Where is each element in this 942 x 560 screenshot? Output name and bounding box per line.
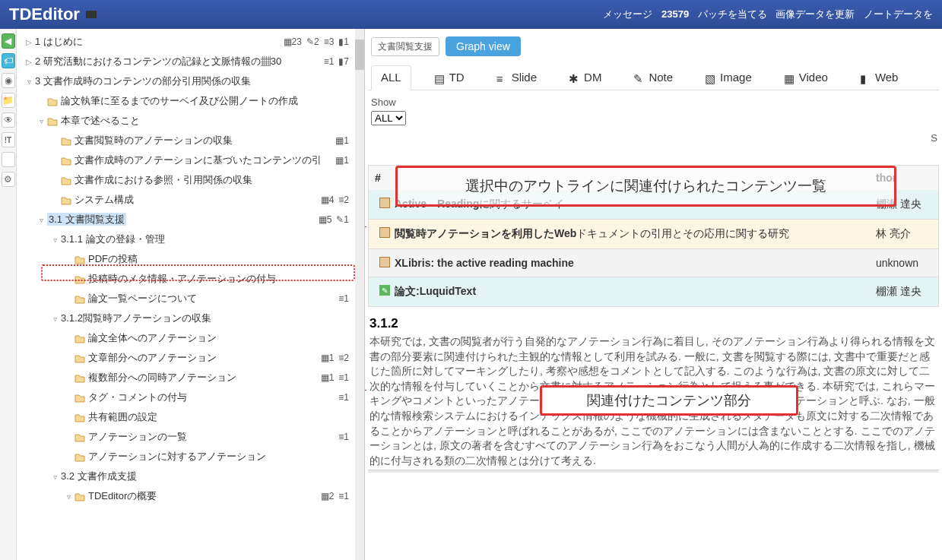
outline-node[interactable]: 複数部分への同時アノテーション▦1≡1 [20, 368, 361, 388]
outline-node[interactable]: ▿3.2 文書作成支援 [20, 467, 361, 486]
side-btn-folder-icon[interactable]: 📁 [2, 93, 15, 108]
side-btn-back-icon[interactable]: ◀ [2, 33, 15, 49]
outline-node[interactable]: ▿3.1.1 論文の登録・管理 [20, 229, 361, 249]
outline-label: 共有範囲の設定 [88, 410, 157, 424]
folder-icon [75, 254, 85, 264]
expand-icon[interactable]: ▿ [50, 236, 59, 244]
folder-icon [75, 372, 85, 383]
outline-node[interactable]: アノテーションに対するアノテーション [20, 447, 361, 467]
folder-icon [61, 155, 71, 166]
expand-icon[interactable]: ▿ [50, 315, 59, 323]
folder-icon [75, 293, 85, 304]
tab-video[interactable]: ▦Video [775, 66, 837, 90]
expand-icon[interactable]: ▷ [24, 58, 33, 66]
outline-node[interactable]: 共有範囲の設定 [20, 407, 361, 427]
tab-image[interactable]: ▧Image [696, 66, 761, 90]
folder-icon [61, 175, 71, 185]
section-heading: 3.1.2 [368, 307, 939, 334]
side-toolbar: ◀ 🏷 ◉ 📁 👁 !T ⚙ [0, 29, 17, 560]
side-btn-view-icon[interactable]: 👁 [2, 112, 15, 128]
side-btn-eye-icon[interactable]: ◉ [2, 73, 15, 88]
show-label: Show [371, 96, 396, 108]
outline-node[interactable]: ▿3.1 文書閲覧支援▦5✎1 [20, 210, 361, 229]
outline-node[interactable]: タグ・コメントの付与≡1 [20, 388, 361, 407]
breadcrumb[interactable]: 文書閲覧支援 [371, 37, 439, 56]
outline-node[interactable]: 文書作成における参照・引用関係の収集 [20, 170, 361, 190]
outline-node[interactable]: 文書作成時のアノテーションに基づいたコンテンツの引▦1 [20, 150, 361, 170]
content-pane: 文書閲覧支援 Graph view ALL ▤TD ≡Slide ✱DM ✎No… [365, 29, 942, 560]
patch-link[interactable]: パッチを当てる [698, 8, 767, 20]
outline-node[interactable]: 論文執筆に至るまでのサーベイ及び公開ノートの作成 [20, 91, 361, 111]
side-btn-gear-icon[interactable]: ⚙ [2, 172, 15, 187]
outline-label: 3.1.1 論文の登録・管理 [61, 233, 165, 246]
outline-label: 本章で述べること [61, 114, 140, 128]
callout-related-content: 関連付けたコンテンツ部分 [540, 385, 798, 416]
list-icon: ≡ [496, 72, 507, 83]
outline-node[interactable]: ▷2 研究活動におけるコンテンツの記録と文脈情報の▦30≡1▮7 [20, 52, 361, 71]
tab-note[interactable]: ✎Note [624, 66, 682, 90]
tab-td[interactable]: ▤TD [425, 66, 474, 90]
asterisk-icon: ✱ [569, 72, 579, 83]
bookmark-icon: ▮ [860, 72, 871, 83]
folder-icon [75, 333, 85, 343]
table-row[interactable]: 閲覧時アノテーションを利用したWebドキュメントの引用とその応用に関する研究林 … [368, 220, 939, 249]
update-image-link[interactable]: 画像データを更新 [775, 8, 855, 20]
tab-dm[interactable]: ✱DM [560, 66, 611, 90]
outline-label: 2 研究活動におけるコンテンツの記録と文脈情報の▦30 [35, 55, 281, 68]
row-title: 論文:LuquidText [395, 285, 876, 299]
outline-node[interactable]: ▿3 文書作成時のコンテンツの部分引用関係の収集 [20, 71, 361, 91]
expand-icon[interactable]: ▿ [36, 216, 46, 224]
side-btn-tag-icon[interactable]: 🏷 [2, 53, 15, 68]
graph-view-button[interactable]: Graph view [446, 36, 521, 56]
outline-label: 文書作成における参照・引用関係の収集 [75, 173, 252, 187]
outline-node[interactable]: PDFの投稿 [20, 249, 361, 269]
note-icon: ✎ [379, 285, 390, 296]
side-btn-text-icon[interactable]: !T [2, 132, 15, 147]
table-row[interactable]: XLibris: the active reading machineunkno… [368, 249, 939, 277]
expand-icon[interactable]: ▿ [24, 78, 33, 86]
outline-node[interactable]: 論文一覧ページについて≡1 [20, 289, 361, 308]
outline-label: システム構成 [75, 193, 134, 207]
row-title: 閲覧時アノテーションを利用したWebドキュメントの引用とその応用に関する研究 [395, 227, 876, 241]
outline-node[interactable]: システム構成▦4≡2 [20, 190, 361, 210]
folder-icon [47, 115, 58, 126]
book-icon [379, 227, 390, 238]
outline-node[interactable]: アノテーションの一覧≡1 [20, 427, 361, 447]
update-note-link[interactable]: ノートデータを [864, 8, 933, 20]
side-btn-blank-icon[interactable] [2, 152, 15, 167]
tab-slide[interactable]: ≡Slide [487, 66, 546, 90]
book-icon [379, 257, 390, 267]
tab-web[interactable]: ▮Web [851, 66, 908, 90]
expand-icon[interactable]: ▷ [24, 38, 33, 46]
outline-node[interactable]: 文書閲覧時のアノテーションの収集▦1 [20, 131, 361, 150]
table-row[interactable]: ✎論文:LuquidText棚瀬 達央 [368, 277, 939, 307]
outline-label: 3.1 文書閲覧支援 [47, 213, 126, 226]
outline-node[interactable]: ▷1 はじめに▦23✎2≡3▮1 [20, 32, 361, 52]
outline-label: 論文一覧ページについて [88, 292, 197, 305]
outline-label: 1 はじめに [35, 35, 83, 49]
outline-pane: ▷1 はじめに▦23✎2≡3▮1▷2 研究活動におけるコンテンツの記録と文脈情報… [17, 29, 365, 560]
outline-node[interactable]: ▿TDEditorの概要▦2≡1 [20, 486, 361, 506]
tab-all[interactable]: ALL [371, 65, 411, 90]
bottom-divider [368, 470, 939, 473]
folder-icon [47, 96, 58, 106]
book-icon [379, 198, 390, 208]
flag-icon [86, 11, 97, 18]
outline-node[interactable]: 投稿時のメタ情報・アノテーションの付与 [20, 269, 361, 289]
folder-icon [75, 491, 85, 501]
bracket-annotation [365, 226, 368, 391]
outline-node[interactable]: 論文全体へのアノテーション [20, 328, 361, 348]
outline-node[interactable]: ▿3.1.2閲覧時アノテーションの収集 [20, 308, 361, 328]
outline-node[interactable]: 文章部分へのアノテーション▦1≡2 [20, 348, 361, 368]
expand-icon[interactable]: ▿ [36, 117, 46, 125]
expand-icon[interactable]: ▿ [64, 492, 73, 501]
outline-label: アノテーションの一覧 [88, 430, 187, 444]
s-label: S [931, 132, 937, 144]
outline-label: 文書作成時のアノテーションに基づいたコンテンツの引 [75, 153, 322, 167]
show-select[interactable]: ALL [371, 111, 406, 125]
outline-label: 複数部分への同時アノテーション [88, 371, 236, 384]
expand-icon[interactable]: ▿ [50, 473, 59, 481]
folder-icon [75, 432, 85, 442]
outline-node[interactable]: ▿本章で述べること [20, 111, 361, 131]
scrollbar[interactable] [355, 29, 364, 560]
